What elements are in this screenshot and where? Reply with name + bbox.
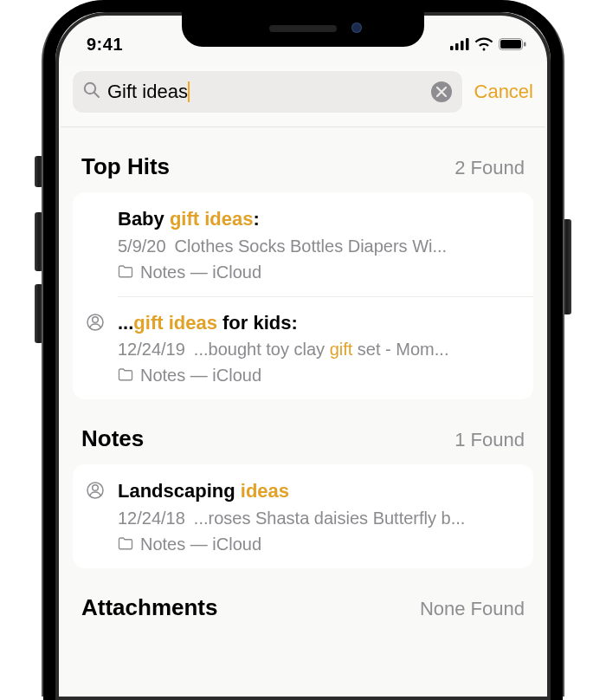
- result-title: Landscaping ideas: [118, 478, 516, 504]
- result-title: Baby gift ideas:: [118, 206, 516, 232]
- folder-icon: [118, 366, 133, 386]
- section-title: Top Hits: [81, 153, 170, 180]
- section-count: None Found: [420, 598, 525, 620]
- section-header-top-hits: Top Hits 2 Found: [61, 127, 545, 192]
- svg-rect-2: [461, 41, 464, 50]
- result-snippet: 12/24/19...bought toy clay gift set - Mo…: [118, 337, 516, 362]
- search-result-row[interactable]: Landscaping ideas 12/24/18...roses Shast…: [73, 464, 533, 568]
- svg-point-11: [93, 485, 99, 491]
- search-input[interactable]: Gift ideas: [73, 71, 462, 113]
- volume-down-button: [35, 284, 43, 343]
- phone-frame: 9:41 Gift ideas Cancel: [43, 0, 563, 700]
- section-count: 1 Found: [455, 429, 525, 451]
- shared-icon: [87, 482, 104, 502]
- result-title: ...gift ideas for kids:: [118, 310, 516, 336]
- notch: [182, 10, 424, 47]
- result-location: Notes — iCloud: [118, 535, 516, 554]
- power-button: [563, 219, 571, 314]
- section-title: Notes: [81, 425, 144, 452]
- section-count: 2 Found: [455, 157, 525, 179]
- section-title: Attachments: [81, 594, 217, 621]
- result-location: Notes — iCloud: [118, 366, 516, 386]
- folder-icon: [118, 535, 133, 554]
- text-cursor: [188, 81, 190, 102]
- shared-icon: [87, 314, 104, 334]
- mute-switch: [35, 156, 43, 187]
- cancel-button[interactable]: Cancel: [474, 81, 533, 103]
- speaker-grille: [269, 25, 337, 32]
- folder-icon: [118, 262, 133, 282]
- svg-rect-3: [466, 38, 469, 50]
- battery-icon: [499, 38, 526, 50]
- search-result-row[interactable]: ...gift ideas for kids: 12/24/19...bough…: [73, 296, 533, 400]
- front-camera: [351, 23, 362, 33]
- svg-rect-5: [500, 40, 521, 49]
- result-snippet: 5/9/20Clothes Socks Bottles Diapers Wi..…: [118, 234, 516, 259]
- svg-point-9: [93, 316, 99, 322]
- search-result-row[interactable]: Baby gift ideas: 5/9/20Clothes Socks Bot…: [73, 192, 533, 296]
- result-location: Notes — iCloud: [118, 262, 516, 282]
- clear-search-button[interactable]: [431, 81, 452, 102]
- cellular-icon: [450, 38, 469, 50]
- result-snippet: 12/24/18...roses Shasta daisies Butterfl…: [118, 506, 516, 531]
- app-content: Gift ideas Cancel Top Hits 2 Found Baby …: [61, 64, 545, 700]
- section-header-notes: Notes 1 Found: [61, 399, 545, 464]
- section-header-attachments: Attachments None Found: [61, 568, 545, 633]
- svg-rect-1: [455, 43, 459, 50]
- search-icon: [83, 81, 100, 102]
- volume-up-button: [35, 212, 43, 271]
- search-query-text: Gift ideas: [107, 81, 424, 103]
- wifi-icon: [474, 37, 493, 51]
- svg-rect-6: [524, 42, 526, 47]
- search-bar-row: Gift ideas Cancel: [61, 64, 545, 127]
- status-time: 9:41: [87, 35, 123, 55]
- svg-line-8: [94, 93, 99, 97]
- notes-card: Landscaping ideas 12/24/18...roses Shast…: [73, 464, 533, 568]
- svg-rect-0: [450, 46, 454, 50]
- top-hits-card: Baby gift ideas: 5/9/20Clothes Socks Bot…: [73, 192, 533, 399]
